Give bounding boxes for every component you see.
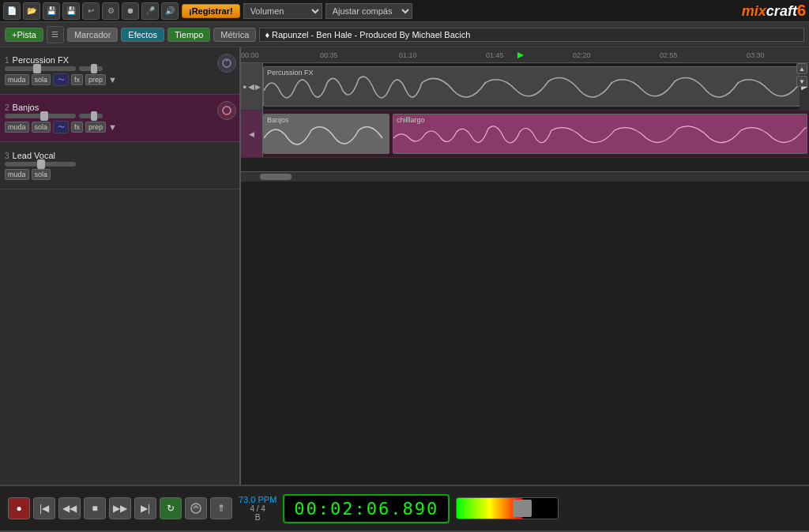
volume-select[interactable]: Volumen [243, 3, 322, 19]
timeline-track-3 [241, 158, 809, 182]
marker-button[interactable]: Marcador [67, 28, 118, 42]
waveform-block-2a: Banjos [263, 114, 389, 154]
time-button[interactable]: Tiempo [167, 28, 210, 42]
track-name-1: Percussion FX [13, 55, 70, 65]
main-area: 1 Percussion FX muda sola 〜 fx pre [0, 47, 809, 485]
timeline-track-1: ◀ ● ◀ ▶ Percussion FX ▶ [241, 63, 809, 111]
mic-icon[interactable]: 🎤 [141, 2, 159, 20]
track-num-2: 2 [5, 103, 9, 112]
track-num-3: 3 [5, 152, 9, 160]
undo-icon[interactable]: ↩ [82, 2, 100, 20]
svg-point-2 [223, 107, 231, 114]
new-file-icon[interactable]: 📄 [3, 2, 21, 20]
solo-btn-3[interactable]: sola [32, 169, 51, 180]
vu-meter-master [456, 497, 559, 519]
track-icon-1 [217, 54, 236, 73]
mute-btn-3[interactable]: muda [5, 169, 29, 180]
solo-btn-1[interactable]: sola [32, 74, 51, 85]
transport-key: B [239, 513, 277, 522]
ajustar-select[interactable]: Ajustar compás [325, 3, 412, 19]
waveform-block-2b: chilllargo [393, 114, 807, 154]
effects-button[interactable]: Efectos [121, 28, 164, 42]
top-bar: 📄 📂 💾 💾 ↩ ⚙ ⏺ 🎤 🔊 ¡Registrar! Volumen Aj… [0, 0, 809, 22]
timeline-area: 00:00 00:35 01:10 01:45 02:20 02:55 03:3… [241, 47, 809, 485]
fx-btn-1[interactable]: fx [71, 74, 83, 85]
fx-btn-2[interactable]: fx [71, 122, 83, 133]
stop-btn[interactable]: ■ [84, 497, 106, 519]
app-logo: mixcraft6 [742, 2, 806, 20]
track-name-2: Banjos [13, 103, 40, 112]
bounce-btn[interactable] [185, 497, 207, 519]
go-start-btn[interactable]: |◀ [33, 497, 55, 519]
waveform-label-1: Percussion FX [267, 69, 314, 77]
prep-btn-1[interactable]: prep [85, 74, 106, 85]
settings-icon[interactable]: ⚙ [102, 2, 119, 20]
timeline-ruler: 00:00 00:35 01:10 01:45 02:20 02:55 03:3… [241, 47, 809, 63]
toolbar: +Pista ☰ Marcador Efectos Tiempo Métrica… [0, 22, 809, 47]
solo-btn-2[interactable]: sola [32, 122, 51, 133]
track-name-3: Lead Vocal [13, 151, 55, 160]
track-list-left: 1 Percussion FX muda sola 〜 fx pre [0, 47, 241, 485]
rewind-btn[interactable]: ◀◀ [58, 497, 81, 519]
ruler-tick-6: 03:30 [747, 51, 765, 59]
mute-btn-2[interactable]: muda [5, 122, 29, 133]
ruler-tick-4: 02:20 [573, 51, 591, 59]
mute-btn-1[interactable]: muda [5, 74, 29, 85]
track-expand-1[interactable]: ▼ [108, 75, 117, 84]
bpm-value: 73.0 PPM [239, 495, 277, 504]
waveform-block-1: Percussion FX [263, 66, 807, 107]
ruler-tick-0: 00:00 [241, 51, 259, 59]
waveform-label-2b: chilllargo [397, 116, 425, 124]
track-num-1: 1 [5, 56, 9, 65]
horizontal-scrollbar[interactable] [241, 171, 809, 181]
play-indicator [517, 52, 524, 58]
track-block-btns-1: ● ◀ ▶ [241, 63, 262, 110]
file-icons: 📄 📂 💾 💾 ↩ ⚙ ⏺ 🎤 🔊 [3, 2, 179, 20]
track-icon-2 [217, 101, 236, 120]
track-row-1: 1 Percussion FX muda sola 〜 fx pre [0, 47, 239, 95]
record-icon[interactable]: ⏺ [122, 2, 139, 20]
song-title: ♦ Rapunzel - Ben Hale - Produced By Mich… [259, 28, 804, 42]
open-icon[interactable]: 📂 [23, 2, 40, 20]
time-display: 00:02:06.890 [283, 494, 450, 523]
ruler-tick-2: 01:10 [399, 51, 417, 59]
record-transport-btn[interactable]: ● [8, 497, 30, 519]
track-row-3: 3 Lead Vocal muda sola [0, 142, 239, 189]
track-ctrl-2: ◀ [241, 111, 263, 157]
svg-point-3 [191, 504, 201, 513]
prep-btn-2[interactable]: prep [85, 122, 106, 133]
transport-buttons: ● |◀ ◀◀ ■ ▶▶ ▶| ↻ ⇑ [8, 497, 232, 519]
menu-icon[interactable]: ☰ [47, 26, 64, 43]
forward-btn[interactable]: ▶▶ [109, 497, 131, 519]
loop-btn[interactable]: ↻ [160, 497, 182, 519]
metric-button[interactable]: Métrica [213, 28, 256, 42]
ruler-tick-5: 02:55 [660, 51, 678, 59]
bpm-area: 73.0 PPM 4 / 4 B [239, 495, 277, 522]
save-as-icon[interactable]: 💾 [62, 2, 80, 20]
go-end-btn[interactable]: ▶| [134, 497, 156, 519]
add-track-button[interactable]: +Pista [5, 28, 43, 42]
save-icon[interactable]: 💾 [43, 2, 60, 20]
sound-icon[interactable]: 🔊 [161, 2, 179, 20]
track-expand-2[interactable]: ▼ [108, 122, 117, 132]
ruler-tick-3: 01:45 [486, 51, 504, 59]
register-button[interactable]: ¡Registrar! [182, 4, 240, 18]
transport-bar: ● |◀ ◀◀ ■ ▶▶ ▶| ↻ ⇑ 73.0 PPM 4 / 4 B 00:… [0, 485, 809, 532]
time-sig: 4 / 4 [239, 504, 277, 513]
track-row-2: 2 Banjos muda sola 〜 fx prep [0, 95, 239, 142]
timeline-track-2: ◀ Banjos chilllargo [241, 111, 809, 158]
export-btn[interactable]: ⇑ [210, 497, 232, 519]
waveform-label-2a: Banjos [267, 116, 289, 124]
ruler-tick-1: 00:35 [320, 51, 338, 59]
